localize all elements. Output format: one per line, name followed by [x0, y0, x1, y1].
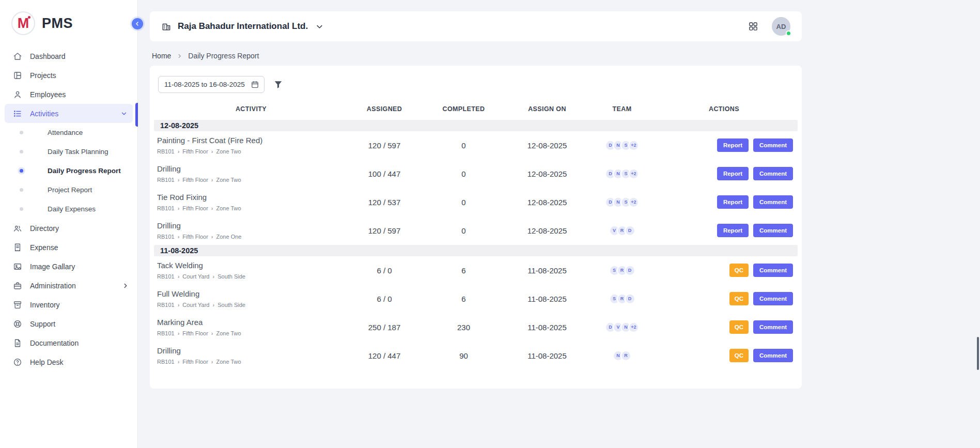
path-segment: Zone Two — [216, 359, 241, 365]
activity-cell: Painting - First Coat (Fire Red)RB101›Fi… — [157, 136, 345, 155]
comment-button[interactable]: Comment — [753, 292, 793, 305]
sidebar-subitem-daily-progress-report[interactable]: Daily Progress Report — [0, 161, 137, 180]
team-avatar[interactable]: +2 — [628, 168, 639, 179]
qc-button[interactable]: QC — [729, 264, 749, 277]
activity-cell: DrillingRB101›Fifth Floor›Zone Two — [157, 164, 345, 183]
sidebar-subitem-attendance[interactable]: Attendance — [0, 123, 137, 142]
comment-button[interactable]: Comment — [753, 138, 793, 152]
sidebar-item-label: Administration — [30, 282, 114, 290]
chevron-down-icon — [120, 110, 128, 117]
activity-path: RB101›Court Yard›South Side — [157, 302, 345, 308]
chevron-right-icon: › — [211, 330, 213, 336]
activity-cell: Marking AreaRB101›Fifth Floor›Zone Two — [157, 318, 345, 336]
sidebar-item-documentation[interactable]: Documentation — [0, 333, 137, 352]
sidebar-subitem-daily-expenses[interactable]: Daily Expenses — [0, 199, 137, 219]
path-segment: RB101 — [157, 273, 175, 280]
activity-path: RB101›Fifth Floor›Zone Two — [157, 148, 345, 155]
activity-path: RB101›Fifth Floor›Zone Two — [157, 177, 345, 183]
chevron-right-icon: › — [178, 330, 180, 336]
chevron-right-icon: › — [211, 359, 213, 365]
comment-button[interactable]: Comment — [753, 167, 793, 180]
assigned-value: 120 / 597 — [345, 226, 424, 235]
calendar-icon — [251, 80, 259, 89]
activity-cell: DrillingRB101›Fifth Floor›Zone Two — [157, 346, 345, 365]
actions-cell: ReportComment — [654, 224, 795, 237]
sidebar-item-activities[interactable]: Activities — [5, 104, 133, 123]
comment-button[interactable]: Comment — [753, 349, 793, 362]
date-range-input[interactable]: 11-08-2025 to 16-08-2025 — [158, 76, 265, 93]
team-avatar[interactable]: D — [625, 293, 635, 304]
team-avatar[interactable]: D — [625, 265, 635, 276]
sidebar-item-support[interactable]: Support — [0, 314, 137, 333]
sidebar-item-directory[interactable]: Directory — [0, 219, 137, 238]
sidebar-item-label: Help Desk — [30, 358, 129, 366]
report-button[interactable]: Report — [717, 138, 749, 152]
sidebar-item-expense[interactable]: Expense — [0, 238, 137, 257]
team-cell: SRD — [590, 293, 654, 304]
actions-cell: ReportComment — [654, 195, 795, 209]
completed-value: 6 — [424, 266, 504, 275]
app: M PMS DashboardProjectsEmployeesActiviti… — [0, 0, 980, 448]
path-segment: South Side — [217, 302, 245, 308]
sidebar-subitem-label: Daily Progress Report — [48, 167, 121, 175]
user-avatar[interactable]: AD — [772, 17, 790, 36]
table-header: ACTIVITY ASSIGNED COMPLETED ASSIGN ON TE… — [157, 98, 795, 120]
table-row: DrillingRB101›Fifth Floor›Zone One120 / … — [157, 217, 795, 245]
chevron-right-icon — [122, 282, 129, 289]
sidebar-item-label: Inventory — [30, 301, 129, 309]
filter-button[interactable] — [273, 80, 283, 89]
qc-button[interactable]: QC — [729, 349, 749, 362]
column-header-assign-on: ASSIGN ON — [504, 105, 590, 113]
sidebar-subitem-label: Project Report — [48, 186, 92, 194]
team-avatar[interactable]: R — [620, 350, 631, 361]
sidebar-item-image-gallery[interactable]: Image Gallary — [0, 257, 137, 276]
apps-grid-button[interactable] — [748, 21, 758, 32]
qc-button[interactable]: QC — [729, 292, 749, 305]
sidebar-item-administration[interactable]: Administration — [0, 276, 137, 295]
actions-cell: ReportComment — [654, 167, 795, 180]
sidebar-item-dashboard[interactable]: Dashboard — [0, 47, 137, 66]
assign-on-value: 12-08-2025 — [504, 226, 590, 235]
scrollbar-thumb[interactable] — [977, 337, 979, 370]
path-segment: Court Yard — [182, 273, 209, 280]
report-button[interactable]: Report — [717, 195, 749, 209]
sidebar-subitem-label: Daily Task Planning — [48, 148, 108, 156]
qc-button[interactable]: QC — [729, 320, 749, 334]
sidebar-subitem-daily-task-planning[interactable]: Daily Task Planning — [0, 142, 137, 161]
breadcrumb-current: Daily Progress Report — [188, 52, 259, 60]
sidebar-item-help-desk[interactable]: Help Desk — [0, 352, 137, 372]
sidebar-item-inventory[interactable]: Inventory — [0, 295, 137, 314]
comment-button[interactable]: Comment — [753, 320, 793, 334]
team-avatar[interactable]: +2 — [628, 140, 639, 151]
team-cell: NR — [590, 350, 654, 361]
collapse-sidebar-button[interactable] — [132, 18, 143, 29]
comment-button[interactable]: Comment — [753, 224, 793, 237]
comment-button[interactable]: Comment — [753, 195, 793, 209]
chevron-right-icon: › — [178, 234, 180, 240]
path-segment: Zone Two — [216, 205, 241, 211]
report-button[interactable]: Report — [717, 224, 749, 237]
team-cell: DVN+2 — [590, 322, 654, 333]
activity-title: Drilling — [157, 221, 345, 230]
comment-button[interactable]: Comment — [753, 264, 793, 277]
topbar-actions: AD — [748, 17, 790, 36]
date-range-value: 11-08-2025 to 16-08-2025 — [164, 81, 245, 88]
team-avatar[interactable]: +2 — [628, 197, 639, 208]
completed-value: 90 — [424, 351, 504, 360]
path-segment: Zone Two — [216, 330, 241, 336]
sidebar-item-projects[interactable]: Projects — [0, 66, 137, 85]
sidebar-subitem-project-report[interactable]: Project Report — [0, 180, 137, 199]
completed-value: 230 — [424, 323, 504, 332]
report-button[interactable]: Report — [717, 167, 749, 180]
completed-value: 6 — [424, 295, 504, 303]
chevron-right-icon: › — [211, 205, 213, 211]
company-selector[interactable]: Raja Bahadur International Ltd. — [161, 21, 748, 32]
team-avatar[interactable]: +2 — [628, 322, 639, 333]
sidebar-item-label: Directory — [30, 224, 129, 233]
team-avatar[interactable]: D — [625, 225, 635, 236]
breadcrumb-home-link[interactable]: Home — [152, 52, 171, 60]
chevron-right-icon: › — [211, 177, 213, 183]
table-row: DrillingRB101›Fifth Floor›Zone Two120 / … — [157, 342, 795, 370]
sidebar-item-employees[interactable]: Employees — [0, 85, 137, 104]
assign-on-value: 11-08-2025 — [504, 323, 590, 332]
